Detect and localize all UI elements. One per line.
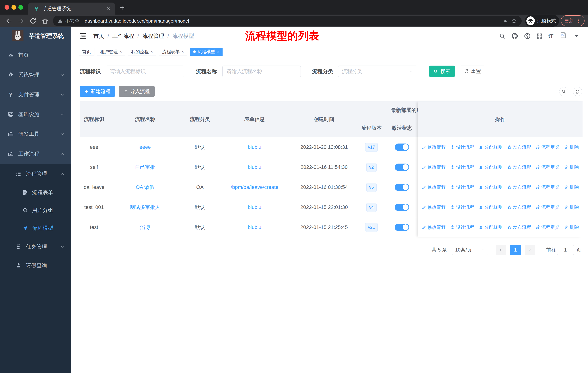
next-page-button[interactable] <box>525 245 535 255</box>
window-minimize-button[interactable] <box>11 5 16 10</box>
import-process-button[interactable]: 导入流程 <box>119 86 155 97</box>
form-info-link[interactable]: biubiu <box>248 144 261 150</box>
version-badge[interactable]: v2 <box>366 163 376 172</box>
create-process-button[interactable]: 新建流程 <box>80 86 115 97</box>
action-definition[interactable]: 流程定义 <box>536 164 560 170</box>
action-modify[interactable]: 修改流程 <box>422 224 446 230</box>
action-assign[interactable]: 分配规则 <box>479 144 503 150</box>
form-info-link[interactable]: biubiu <box>248 204 261 210</box>
sidebar-item-dev[interactable]: 研发工具 <box>0 129 71 139</box>
action-publish[interactable]: 发布流程 <box>507 204 531 210</box>
action-modify[interactable]: 修改流程 <box>422 144 446 150</box>
toggle-search-button[interactable] <box>559 87 568 96</box>
update-label[interactable]: 更新 <box>565 18 574 24</box>
new-tab-button[interactable] <box>119 4 126 11</box>
tag-process-form[interactable]: 流程表单× <box>159 48 187 56</box>
sidebar-item-process-model[interactable]: 流程模型 <box>0 223 71 233</box>
filter-id-input[interactable] <box>106 66 184 77</box>
action-design[interactable]: 设计流程 <box>450 184 474 190</box>
action-assign[interactable]: 分配规则 <box>479 184 503 190</box>
current-page-button[interactable]: 1 <box>510 245 521 255</box>
page-size-select[interactable]: 10条/页 <box>452 245 488 255</box>
action-delete[interactable]: 删除 <box>564 204 579 210</box>
sidebar-item-system[interactable]: 系统管理 <box>0 70 71 80</box>
sidebar-item-process-form[interactable]: 流程表单 <box>0 188 71 198</box>
action-assign[interactable]: 分配规则 <box>479 224 503 230</box>
action-delete[interactable]: 删除 <box>564 184 579 190</box>
action-modify[interactable]: 修改流程 <box>422 184 446 190</box>
sidebar-item-task-mgmt[interactable]: 任务管理 <box>0 242 71 252</box>
tag-process-model[interactable]: 流程模型× <box>190 48 223 56</box>
action-publish[interactable]: 发布流程 <box>507 224 531 230</box>
sidebar-item-workflow[interactable]: 工作流程 <box>0 149 71 159</box>
breadcrumb-workflow[interactable]: 工作流程 <box>112 32 134 40</box>
tag-close-icon[interactable]: × <box>181 50 184 54</box>
process-name-link[interactable]: 自己审批 <box>135 164 155 171</box>
version-badge[interactable]: v5 <box>366 183 376 192</box>
sidebar-fold-icon[interactable] <box>79 32 87 40</box>
tag-close-icon[interactable]: × <box>217 50 219 54</box>
refresh-table-button[interactable] <box>573 87 582 96</box>
form-info-link[interactable]: /bpm/oa/leave/create <box>231 184 279 190</box>
bookmark-star-icon[interactable] <box>511 18 517 24</box>
active-toggle[interactable] <box>395 163 409 171</box>
sidebar-item-infra[interactable]: 基础设施 <box>0 109 71 120</box>
action-definition[interactable]: 流程定义 <box>536 204 560 210</box>
sidebar-item-process-mgmt[interactable]: 流程管理 <box>0 169 71 179</box>
action-definition[interactable]: 流程定义 <box>536 144 560 150</box>
search-button[interactable]: 搜索 <box>429 66 455 77</box>
action-delete[interactable]: 删除 <box>564 144 579 150</box>
active-toggle[interactable] <box>395 204 409 211</box>
version-badge[interactable]: v21 <box>365 223 378 232</box>
action-modify[interactable]: 修改流程 <box>422 164 446 170</box>
action-delete[interactable]: 删除 <box>564 164 579 170</box>
font-size-icon[interactable]: tT <box>548 33 553 39</box>
reset-button[interactable]: 重置 <box>460 66 485 77</box>
tag-home[interactable]: 首页 <box>79 48 94 56</box>
process-name-link[interactable]: 滔博 <box>140 224 150 231</box>
back-icon[interactable] <box>5 18 12 24</box>
tag-close-icon[interactable]: × <box>120 50 122 54</box>
process-name-link[interactable]: eeee <box>139 144 151 150</box>
home-icon[interactable] <box>42 18 49 24</box>
active-toggle[interactable] <box>395 224 409 231</box>
sidebar-logo-row[interactable]: 芋道管理系统 <box>0 30 71 43</box>
action-definition[interactable]: 流程定义 <box>536 224 560 230</box>
help-icon[interactable] <box>524 33 531 40</box>
window-zoom-button[interactable] <box>18 5 23 10</box>
search-icon[interactable] <box>499 33 506 39</box>
github-icon[interactable] <box>511 32 518 40</box>
filter-category-select[interactable]: 流程分类 <box>338 66 417 77</box>
action-publish[interactable]: 发布流程 <box>507 164 531 170</box>
form-info-link[interactable]: biubiu <box>248 224 261 230</box>
sidebar-item-pay[interactable]: ¥ 支付管理 <box>0 90 71 100</box>
action-modify[interactable]: 修改流程 <box>422 204 446 210</box>
browser-menu-icon[interactable]: ⋮ <box>576 18 581 23</box>
action-assign[interactable]: 分配规则 <box>479 204 503 210</box>
tab-close-icon[interactable] <box>106 6 111 11</box>
breadcrumb-process-mgmt[interactable]: 流程管理 <box>142 32 164 40</box>
update-chip[interactable]: 更新 ⋮ <box>561 15 585 26</box>
breadcrumb-home[interactable]: 首页 <box>93 32 104 40</box>
avatar[interactable] <box>559 31 569 41</box>
action-design[interactable]: 设计流程 <box>450 144 474 150</box>
sidebar-item-user-group[interactable]: 用户分组 <box>0 205 71 215</box>
action-assign[interactable]: 分配规则 <box>479 164 503 170</box>
version-badge[interactable]: v17 <box>365 143 378 152</box>
action-design[interactable]: 设计流程 <box>450 224 474 230</box>
tag-my-process[interactable]: 我的流程× <box>128 48 156 56</box>
active-toggle[interactable] <box>395 143 409 151</box>
window-close-button[interactable] <box>5 5 9 10</box>
avatar-caret-icon[interactable] <box>575 35 578 37</box>
form-info-link[interactable]: biubiu <box>248 164 261 170</box>
tag-close-icon[interactable]: × <box>151 50 153 54</box>
sidebar-item-home[interactable]: 首页 <box>0 50 71 60</box>
forward-icon[interactable] <box>18 18 24 24</box>
action-design[interactable]: 设计流程 <box>450 164 474 170</box>
action-definition[interactable]: 流程定义 <box>536 184 560 190</box>
prev-page-button[interactable] <box>496 245 506 255</box>
fullscreen-icon[interactable] <box>536 33 543 39</box>
action-publish[interactable]: 发布流程 <box>507 184 531 190</box>
key-icon[interactable] <box>503 18 509 24</box>
browser-tab[interactable]: 芋道管理系统 <box>28 2 115 15</box>
